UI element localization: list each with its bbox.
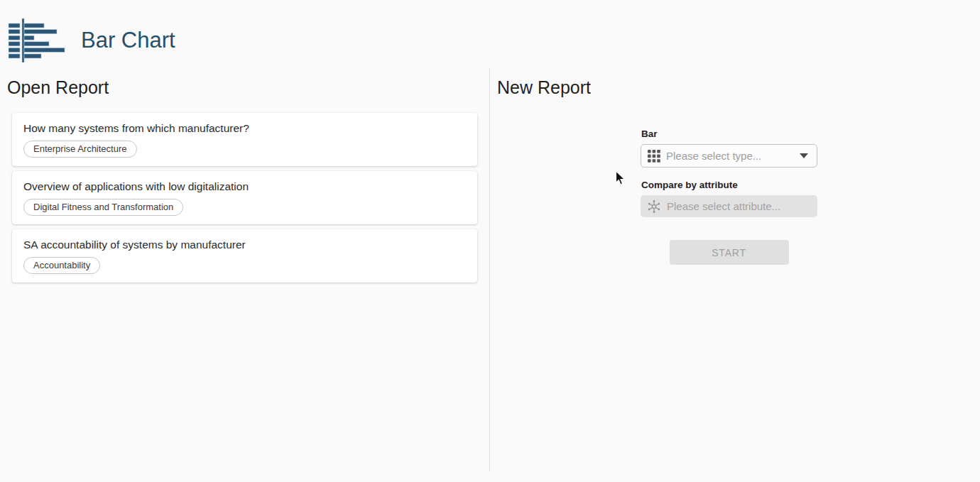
type-select[interactable]: Please select type... <box>641 144 817 168</box>
app-header: Bar Chart <box>0 0 980 68</box>
report-tag-badge: Enterprise Architecture <box>23 141 137 158</box>
report-card[interactable]: How many systems from which manufacturer… <box>12 113 477 166</box>
new-report-panel: New Report Bar Please select type... Com… <box>490 68 980 471</box>
report-list: How many systems from which manufacturer… <box>12 113 477 283</box>
report-title: SA accountability of systems by manufact… <box>23 238 466 251</box>
report-tag-badge: Digital Fitness and Transformation <box>23 199 183 216</box>
attribute-select[interactable]: Please select attribute... <box>641 195 817 217</box>
type-field-label: Bar <box>641 128 817 139</box>
new-report-form: Bar Please select type... Compare by att… <box>641 128 817 265</box>
report-title: Overview of applications with low digita… <box>23 180 466 193</box>
open-report-panel: Open Report How many systems from which … <box>0 68 490 471</box>
report-title: How many systems from which manufacturer… <box>23 121 466 135</box>
bar-chart-logo-icon <box>9 18 65 62</box>
attribute-field-label: Compare by attribute <box>641 180 817 190</box>
caret-down-icon <box>800 153 808 158</box>
app-title: Bar Chart <box>81 28 175 53</box>
type-select-placeholder: Please select type... <box>666 150 800 162</box>
hub-icon <box>647 199 661 214</box>
start-button[interactable]: START <box>670 240 789 265</box>
new-report-heading: New Report <box>497 77 980 98</box>
report-tag-badge: Accountability <box>23 257 100 274</box>
main-content: Open Report How many systems from which … <box>0 68 980 471</box>
report-card[interactable]: Overview of applications with low digita… <box>12 171 477 224</box>
attribute-select-placeholder: Please select attribute... <box>667 200 780 212</box>
open-report-heading: Open Report <box>7 77 489 98</box>
grid-icon <box>648 150 660 163</box>
report-card[interactable]: SA accountability of systems by manufact… <box>12 229 477 283</box>
